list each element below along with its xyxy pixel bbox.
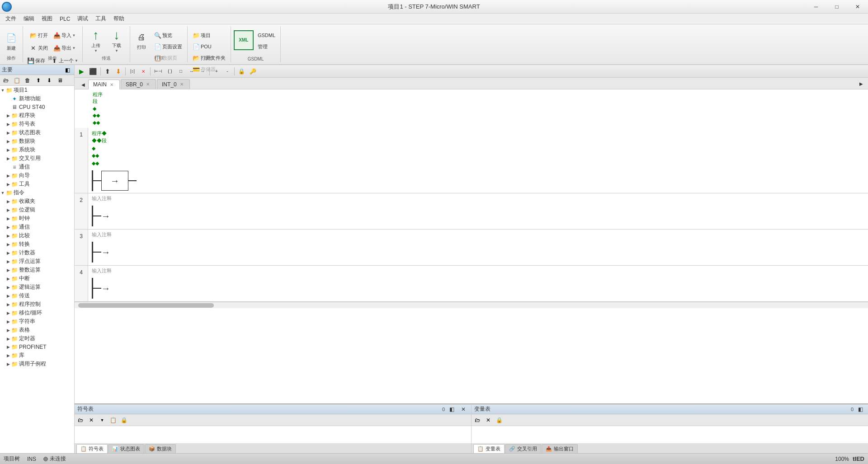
run-button[interactable]: ▶ [76, 66, 86, 76]
menu-tools[interactable]: 工具 [92, 14, 110, 23]
sym-tb-btn5[interactable]: 🔒 [119, 415, 129, 425]
maximize-button[interactable]: □ [826, 0, 847, 14]
menu-debug[interactable]: 调试 [74, 14, 92, 23]
tab-expand-button[interactable]: ▶ [856, 79, 866, 89]
tree-item-library[interactable]: ▶ 📁 库 [0, 351, 74, 360]
sidebar-copy-button[interactable]: 📋 [12, 75, 22, 85]
tab-cross-ref-bottom[interactable]: 🔗 交叉引用 [505, 444, 541, 453]
project-button[interactable]: 📁 项目 [190, 30, 228, 41]
stop-button[interactable]: ⬛ [87, 66, 99, 76]
sym-tb-btn4[interactable]: 📋 [108, 415, 118, 425]
menu-file[interactable]: 文件 [2, 14, 20, 23]
close-button[interactable]: ✕ 关闭 [28, 42, 50, 53]
lt-btn2[interactable]: ⬇ [113, 66, 123, 76]
tab-nav-left[interactable]: ◀ [78, 80, 88, 89]
tree-item-cross-ref[interactable]: ▶ 📁 交叉引用 [0, 154, 74, 163]
var-tb-btn2[interactable]: ✕ [483, 415, 493, 425]
tab-sbr0[interactable]: SBR_0 ✕ [121, 79, 156, 89]
var-tb-btn3[interactable]: 🔒 [494, 415, 504, 425]
tree-item-profinet[interactable]: ▶ 📁 PROFINET [0, 343, 74, 351]
lt-lock[interactable]: 🔒 [236, 66, 247, 76]
tab-symbol-table[interactable]: 📋 符号表 [76, 444, 108, 453]
tree-item-int-math[interactable]: ▶ 📁 整数运算 [0, 266, 74, 274]
tab-output-window[interactable]: 📤 输出窗口 [542, 444, 578, 453]
tree-item-compare[interactable]: ▶ 📁 比较 [0, 231, 74, 240]
import-button[interactable]: 📥 导入 ▼ [51, 30, 78, 41]
tree-item-tools[interactable]: ▶ 📁 工具 [0, 180, 74, 188]
tree-item-data-block[interactable]: ▶ 📁 数据块 [0, 137, 74, 145]
var-tb-btn1[interactable]: 🗁 [472, 415, 482, 425]
sidebar-pin-button[interactable]: ◧ [62, 65, 72, 75]
lt-contacts[interactable]: ⊢⊣ [152, 66, 164, 76]
tree-item-counter[interactable]: ▶ 📁 计数器 [0, 248, 74, 257]
tree-item-favorites[interactable]: ▶ 📁 收藏夹 [0, 197, 74, 206]
lt-btn1[interactable]: ⬆ [103, 66, 113, 76]
sidebar-down-button[interactable]: ⬇ [44, 75, 54, 85]
sidebar-folder-button[interactable]: 🗁 [1, 75, 11, 85]
new-button[interactable]: 📄 新建 [3, 26, 20, 57]
tab-status-chart[interactable]: 📊 状态图表 [108, 444, 144, 453]
tree-item-logic-ops[interactable]: ▶ 📁 逻辑运算 [0, 283, 74, 291]
symbol-table-pin-btn[interactable]: ◧ [447, 404, 457, 414]
tree-item-table[interactable]: ▶ 📁 表格 [0, 326, 74, 334]
menu-help[interactable]: 帮助 [110, 14, 128, 23]
tree-item-convert[interactable]: ▶ 📁 转换 [0, 240, 74, 248]
page-setup-button[interactable]: 📄 页面设置 [152, 41, 184, 52]
tree-item-clock[interactable]: ▶ 📁 时钟 [0, 214, 74, 223]
tree-item-shift-rotate[interactable]: ▶ 📁 移位/循环 [0, 309, 74, 317]
tree-item-new-feature[interactable]: ✦ 新增功能 [0, 94, 74, 103]
menu-plc[interactable]: PLC [56, 15, 74, 23]
gsdml-manage-button[interactable]: 管理 [255, 41, 278, 52]
h-scrollbar[interactable] [75, 302, 868, 308]
tree-item-interrupt[interactable]: ▶ 📁 中断 [0, 274, 74, 283]
sidebar-up-button[interactable]: ⬆ [33, 75, 43, 85]
tree-item-transfer[interactable]: ▶ 📁 传送 [0, 291, 74, 300]
tree-item-system-block[interactable]: ▶ 📁 系统块 [0, 145, 74, 154]
tab-variable-table[interactable]: 📋 变量表 [473, 444, 505, 453]
tab-main[interactable]: MAIN ✕ [88, 80, 120, 89]
tree-item-project1[interactable]: ▼ 📁 项目1 [0, 86, 74, 94]
sym-tb-btn1[interactable]: 🗁 [75, 415, 85, 425]
tree-item-string[interactable]: ▶ 📁 字符串 [0, 317, 74, 326]
tab-int0[interactable]: INT_0 ✕ [157, 79, 190, 89]
tab-int0-close[interactable]: ✕ [179, 81, 185, 88]
export-button[interactable]: 📤 导出 ▼ [51, 42, 78, 53]
tree-item-call-sub[interactable]: ▶ 📁 调用子例程 [0, 360, 74, 368]
h-scrollbar-thumb[interactable] [78, 303, 214, 308]
download-button[interactable]: ↓ 下载 ▼ [108, 28, 125, 53]
tree-item-cpu[interactable]: 🖥 CPU ST40 [0, 103, 74, 111]
tree-item-bit-logic[interactable]: ▶ 📁 位逻辑 [0, 206, 74, 214]
variable-table-pin-btn[interactable]: ◧ [855, 404, 865, 414]
tree-item-comm[interactable]: ≡ 通信 [0, 163, 74, 171]
sym-tb-btn2[interactable]: ✕ [86, 415, 96, 425]
sym-tb-btn3[interactable]: ▼ [97, 415, 107, 425]
tree-item-timer[interactable]: ▶ 📁 定时器 [0, 334, 74, 343]
lt-btn3[interactable]: |↕| [127, 66, 137, 76]
lt-key[interactable]: 🔑 [248, 66, 258, 76]
menu-view[interactable]: 视图 [38, 14, 56, 23]
tree-item-prog-block[interactable]: ▶ 📁 程序块 [0, 111, 74, 120]
tab-main-close[interactable]: ✕ [108, 81, 115, 88]
symbol-table-close-btn[interactable]: ✕ [458, 404, 468, 414]
tree-item-comm2[interactable]: ▶ 📁 通信 [0, 223, 74, 231]
gsdml-button[interactable]: GSDML [255, 30, 278, 41]
lt-btn4[interactable]: ⨯ [138, 66, 148, 76]
tab-sbr0-close[interactable]: ✕ [145, 81, 151, 88]
sidebar-view-button[interactable]: 🖥 [55, 75, 65, 85]
preview-button[interactable]: 🔍 预览 [152, 30, 184, 41]
tree-item-symbol-table[interactable]: ▶ 📁 符号表 [0, 120, 74, 128]
tree-item-instruction[interactable]: ▼ 📁 指令 [0, 188, 74, 197]
lt-coil[interactable]: ( ) [165, 66, 175, 76]
tree-item-wizard[interactable]: ▶ 📁 向导 [0, 171, 74, 180]
lt-box[interactable]: □ [176, 66, 186, 76]
minimize-button[interactable]: ─ [806, 0, 826, 14]
upload-button[interactable]: ↑ 上传 ▼ [87, 28, 104, 53]
tab-data-block-bottom[interactable]: 📦 数据块 [145, 444, 176, 453]
tree-item-prog-ctrl[interactable]: ▶ 📁 程序控制 [0, 300, 74, 309]
ladder-area[interactable]: 程序 段 ◆ ◆◆ ◆◆ 1 程序◆ ◆◆段 ◆ ◆◆ ◆◆ [75, 89, 868, 403]
menu-edit[interactable]: 编辑 [20, 14, 38, 23]
close-button[interactable]: ✕ [847, 0, 868, 14]
print-button[interactable]: 🖨 打印 [133, 28, 150, 53]
pou-button[interactable]: 📄 POU [190, 41, 228, 52]
memory-card-button[interactable]: 💳 存储器 [190, 64, 228, 75]
